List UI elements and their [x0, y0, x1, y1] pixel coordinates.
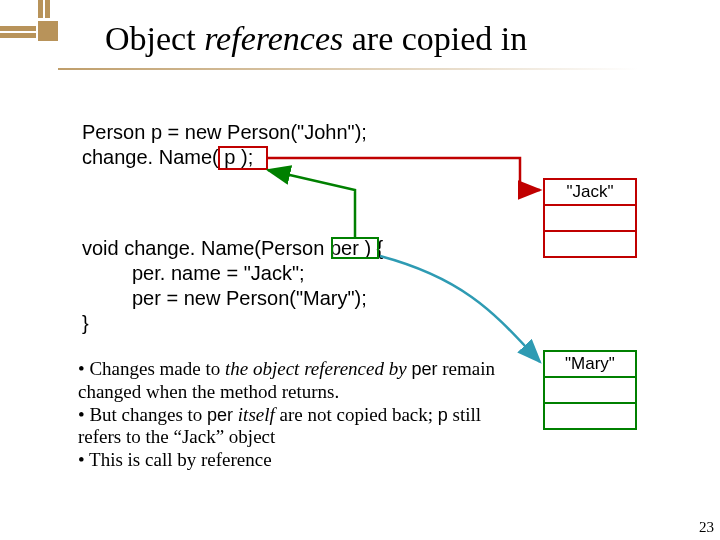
deco-horizontal-1 — [0, 26, 36, 31]
b2-per: per — [207, 405, 233, 425]
b2-d: are not copied back; — [275, 404, 438, 425]
title-italic: references — [204, 20, 343, 57]
param-per-highlight-box — [331, 237, 379, 259]
deco-vertical-2 — [45, 0, 50, 18]
mary-cell-2 — [544, 377, 636, 403]
title-part-3: are copied in — [343, 20, 527, 57]
page-number: 23 — [699, 519, 714, 536]
b1-b: the object referenced by — [225, 358, 411, 379]
jack-cell-2 — [544, 205, 636, 231]
bullet-list: • Changes made to the object referenced … — [78, 358, 498, 472]
arg-p-highlight-box — [218, 146, 268, 170]
method-line-3: per = new Person("Mary"); — [82, 286, 383, 311]
b3-a: • This is — [78, 449, 145, 470]
b2-p: p — [438, 405, 448, 425]
mary-cell-1: "Mary" — [544, 351, 636, 377]
method-sig-a: void change. Name(Person — [82, 237, 330, 259]
mary-cell-3 — [544, 403, 636, 429]
b1-per: per — [411, 359, 437, 379]
slide-title: Object references are copied in — [105, 20, 527, 58]
code-line-1: Person p = new Person("John"); — [82, 120, 367, 145]
bullet-3: • This is call by reference — [78, 449, 498, 472]
method-line-2: per. name = "Jack"; — [82, 261, 383, 286]
jack-cell-3 — [544, 231, 636, 257]
arrow-per-to-mary — [380, 256, 540, 362]
b2-a: • But changes to — [78, 404, 207, 425]
object-jack: "Jack" — [543, 178, 637, 258]
bullet-1: • Changes made to the object referenced … — [78, 358, 498, 404]
deco-vertical-1 — [38, 0, 43, 18]
code-line-2a: change. Name( — [82, 146, 224, 168]
jack-cell-1: "Jack" — [544, 179, 636, 205]
bullet-2: • But changes to per itself are not copi… — [78, 404, 498, 450]
deco-horizontal-2 — [0, 33, 36, 38]
deco-square — [38, 21, 58, 41]
method-line-4: } — [82, 311, 383, 336]
deco-underline — [58, 68, 638, 70]
title-part-1: Object — [105, 20, 204, 57]
b2-c: itself — [233, 404, 275, 425]
b1-a: • Changes made to — [78, 358, 225, 379]
arrow-per-to-p — [268, 170, 355, 237]
b3-b: call by reference — [145, 449, 272, 470]
object-mary: "Mary" — [543, 350, 637, 430]
